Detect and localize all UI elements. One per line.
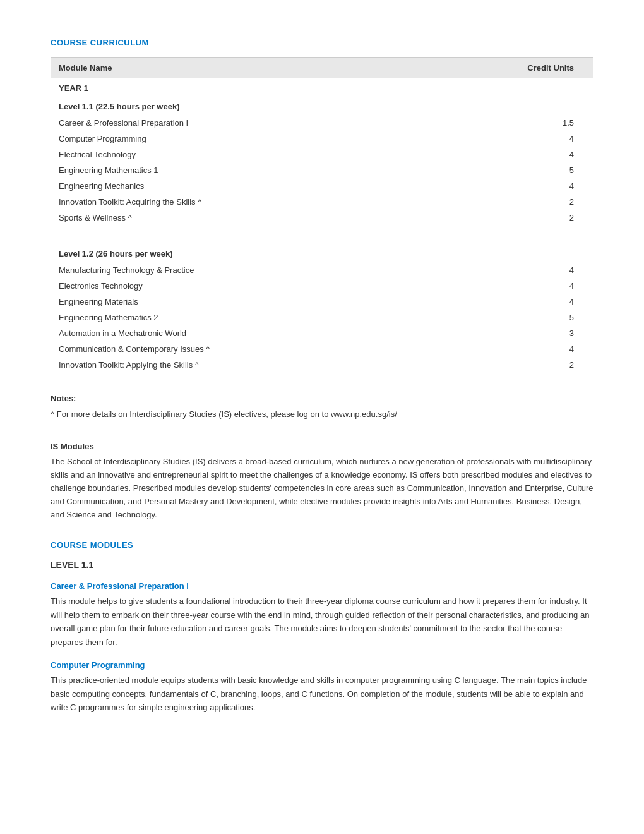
credit-value: 4 <box>427 147 593 162</box>
is-modules-section: IS Modules The School of Interdisciplina… <box>51 440 593 522</box>
table-row: Innovation Toolkit: Acquiring the Skills… <box>51 194 593 210</box>
col-credits-header: Credit Units <box>427 58 593 78</box>
module-detail-title: Career & Professional Preparation I <box>51 581 593 591</box>
module-detail-cpp: Career & Professional Preparation I This… <box>51 581 593 649</box>
notes-section: Notes: ^ For more details on Interdiscip… <box>51 392 593 421</box>
module-name: Electronics Technology <box>51 278 427 294</box>
credit-value: 3 <box>427 325 593 341</box>
module-name: Career & Professional Preparation I <box>51 115 427 131</box>
module-name: Innovation Toolkit: Acquiring the Skills… <box>51 194 427 210</box>
course-modules-section: COURSE MODULES LEVEL 1.1 Career & Profes… <box>51 540 593 714</box>
module-detail-desc: This practice-oriented module equips stu… <box>51 674 593 714</box>
spacer-row <box>51 226 593 243</box>
credit-value: 4 <box>427 262 593 278</box>
level12-row: Level 1.2 (26 hours per week) <box>51 243 593 262</box>
module-name: Engineering Materials <box>51 294 427 310</box>
module-name: Communication & Contemporary Issues ^ <box>51 341 427 357</box>
level11-label: Level 1.1 (22.5 hours per week) <box>51 95 593 115</box>
table-row: Career & Professional Preparation I 1.5 <box>51 115 593 131</box>
table-row: Innovation Toolkit: Applying the Skills … <box>51 357 593 373</box>
module-name: Innovation Toolkit: Applying the Skills … <box>51 357 427 373</box>
module-name: Engineering Mathematics 2 <box>51 310 427 325</box>
table-row: Computer Programming 4 <box>51 131 593 147</box>
col-module-header: Module Name <box>51 58 427 78</box>
module-name: Engineering Mathematics 1 <box>51 162 427 178</box>
credit-value: 4 <box>427 278 593 294</box>
credit-value: 2 <box>427 357 593 373</box>
table-row: Sports & Wellness ^ 2 <box>51 210 593 226</box>
curriculum-section: COURSE CURRICULUM Module Name Credit Uni… <box>51 38 593 373</box>
is-modules-description: The School of Interdisciplinary Studies … <box>51 456 593 521</box>
credit-value: 5 <box>427 162 593 178</box>
module-detail-title: Computer Programming <box>51 660 593 670</box>
credit-value: 4 <box>427 131 593 147</box>
table-row: Engineering Mathematics 1 5 <box>51 162 593 178</box>
credit-value: 2 <box>427 194 593 210</box>
curriculum-title: COURSE CURRICULUM <box>51 38 593 47</box>
table-row: Communication & Contemporary Issues ^ 4 <box>51 341 593 357</box>
table-row: Manufacturing Technology & Practice 4 <box>51 262 593 278</box>
module-name: Computer Programming <box>51 131 427 147</box>
level11-row: Level 1.1 (22.5 hours per week) <box>51 95 593 115</box>
table-row: Electrical Technology 4 <box>51 147 593 162</box>
module-name: Automation in a Mechatronic World <box>51 325 427 341</box>
table-row: Engineering Materials 4 <box>51 294 593 310</box>
credit-value: 2 <box>427 210 593 226</box>
credit-value: 4 <box>427 178 593 194</box>
table-row: Engineering Mathematics 2 5 <box>51 310 593 325</box>
module-name: Engineering Mechanics <box>51 178 427 194</box>
table-row: Engineering Mechanics 4 <box>51 178 593 194</box>
module-name: Manufacturing Technology & Practice <box>51 262 427 278</box>
level11-section-label: LEVEL 1.1 <box>51 560 593 570</box>
level12-label: Level 1.2 (26 hours per week) <box>51 243 593 262</box>
notes-line1: ^ For more details on Interdisciplinary … <box>51 408 593 421</box>
curriculum-table: Module Name Credit Units YEAR 1 Level 1.… <box>51 57 593 373</box>
module-detail-cp: Computer Programming This practice-orien… <box>51 660 593 714</box>
notes-title: Notes: <box>51 392 593 406</box>
is-modules-title: IS Modules <box>51 440 593 454</box>
module-detail-desc: This module helps to give students a fou… <box>51 595 593 649</box>
module-name: Electrical Technology <box>51 147 427 162</box>
table-row: Automation in a Mechatronic World 3 <box>51 325 593 341</box>
year1-label: YEAR 1 <box>51 78 593 96</box>
credit-value: 1.5 <box>427 115 593 131</box>
year1-row: YEAR 1 <box>51 78 593 96</box>
course-modules-title: COURSE MODULES <box>51 540 593 550</box>
module-name: Sports & Wellness ^ <box>51 210 427 226</box>
credit-value: 4 <box>427 341 593 357</box>
credit-value: 4 <box>427 294 593 310</box>
table-row: Electronics Technology 4 <box>51 278 593 294</box>
credit-value: 5 <box>427 310 593 325</box>
